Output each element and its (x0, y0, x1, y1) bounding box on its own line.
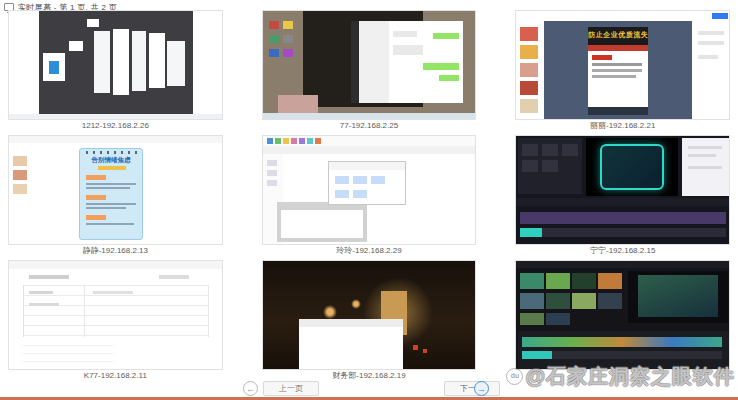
device-label: 77-192.168.2.25 (262, 120, 477, 132)
screen-thumbnail-wechat (262, 10, 477, 120)
screen-tile-7[interactable]: K77-192.168.2.11 (8, 260, 223, 382)
prev-page-arrow-button[interactable]: ← (243, 381, 258, 396)
device-label (515, 370, 730, 382)
next-page-arrow-button[interactable]: → (474, 381, 489, 396)
next-page-button[interactable]: 下一页 (444, 381, 500, 396)
screen-thumbnail-poster-editor: 防止企业优质流失 (515, 10, 730, 120)
screen-tile-5[interactable]: 玲玲-192.168.2.29 (262, 135, 477, 257)
device-label: 玲玲-192.168.2.29 (262, 245, 477, 257)
screens-grid: 1212-192.168.2.26 77-192.168.2.25 防止企业优质… (8, 10, 730, 382)
prev-page-button[interactable]: 上一页 (263, 381, 319, 396)
screen-thumbnail-diagram-app (262, 135, 477, 245)
device-label: 1212-192.168.2.26 (8, 120, 223, 132)
screen-tile-3[interactable]: 防止企业优质流失 丽丽-192.168.2.21 (515, 10, 730, 132)
screen-thumbnail-video-editor (515, 135, 730, 245)
note-card: 告别情绪焦虑 (79, 148, 143, 240)
screen-thumbnail-clip-editor (515, 260, 730, 370)
screen-tile-6[interactable]: 宁宁-192.168.2.15 (515, 135, 730, 257)
poster-title: 防止企业优质流失 (588, 30, 648, 40)
monitoring-app-window: 实时屏幕 - 第 1 页, 共 2 页 1212-192.168.2.26 77… (0, 0, 738, 400)
device-label: 丽丽-192.168.2.21 (515, 120, 730, 132)
device-label: 静静-192.168.2.13 (8, 245, 223, 257)
screen-thumbnail-spreadsheet (8, 260, 223, 370)
screen-thumbnail-note-doc: 告别情绪焦虑 (8, 135, 223, 245)
screen-tile-1[interactable]: 1212-192.168.2.26 (8, 10, 223, 132)
screen-tile-9[interactable] (515, 260, 730, 382)
device-label: K77-192.168.2.11 (8, 370, 223, 382)
video-preview-frame (600, 144, 664, 190)
arrow-left-icon: ← (246, 384, 255, 394)
screen-tile-8[interactable]: 财务部-192.168.2.19 (262, 260, 477, 382)
poster-title: 告别情绪焦虑 (80, 156, 142, 165)
device-label: 宁宁-192.168.2.15 (515, 245, 730, 257)
screen-tile-2[interactable]: 77-192.168.2.25 (262, 10, 477, 132)
arrow-right-icon: → (477, 384, 486, 394)
screen-thumbnail-night-photo (262, 260, 477, 370)
screen-tile-4[interactable]: 告别情绪焦虑 静静-192.168.2.13 (8, 135, 223, 257)
screen-thumbnail-design-app (8, 10, 223, 120)
